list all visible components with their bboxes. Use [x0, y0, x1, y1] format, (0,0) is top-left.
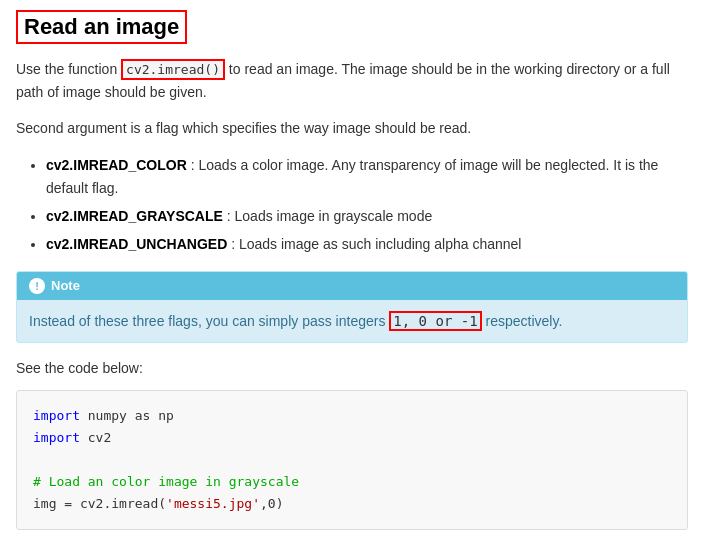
function-name-inline: cv2.imread() [121, 59, 225, 80]
flag-desc-3: Loads image as such including alpha chan… [239, 236, 522, 252]
list-item: cv2.IMREAD_UNCHANGED : Loads image as su… [46, 233, 688, 257]
code-block: import numpy as np import cv2 # Load an … [16, 390, 688, 530]
flag-name-2: cv2.IMREAD_GRAYSCALE [46, 208, 223, 224]
flag-desc-2: Loads image in grayscale mode [235, 208, 433, 224]
info-icon: ! [29, 278, 45, 294]
note-body: Instead of these three flags, you can si… [17, 300, 687, 342]
separator-2: : [223, 208, 235, 224]
code-line-4: # Load an color image in grayscale [33, 471, 671, 493]
separator-1: : [187, 157, 199, 173]
flags-list: cv2.IMREAD_COLOR : Loads a color image. … [46, 154, 688, 257]
flag-name-1: cv2.IMREAD_COLOR [46, 157, 187, 173]
flag-name-3: cv2.IMREAD_UNCHANGED [46, 236, 227, 252]
note-box: !Note Instead of these three flags, you … [16, 271, 688, 343]
code-line-5: img = cv2.imread('messi5.jpg',0) [33, 493, 671, 515]
list-item: cv2.IMREAD_GRAYSCALE : Loads image in gr… [46, 205, 688, 229]
code-line-1: import numpy as np [33, 405, 671, 427]
note-highlight: 1, 0 or -1 [389, 311, 481, 331]
code-line-2: import cv2 [33, 427, 671, 449]
note-header: !Note [17, 272, 687, 300]
second-paragraph: Second argument is a flag which specifie… [16, 117, 688, 139]
note-text-after: respectively. [482, 313, 563, 329]
list-item: cv2.IMREAD_COLOR : Loads a color image. … [46, 154, 688, 202]
intro-text-before: Use the function [16, 61, 121, 77]
page-title: Read an image [16, 10, 187, 44]
code-line-3 [33, 449, 671, 471]
note-text-before: Instead of these three flags, you can si… [29, 313, 389, 329]
separator-3: : [227, 236, 239, 252]
see-code-label: See the code below: [16, 357, 688, 379]
note-header-label: Note [51, 278, 80, 293]
intro-paragraph: Use the function cv2.imread() to read an… [16, 58, 688, 103]
